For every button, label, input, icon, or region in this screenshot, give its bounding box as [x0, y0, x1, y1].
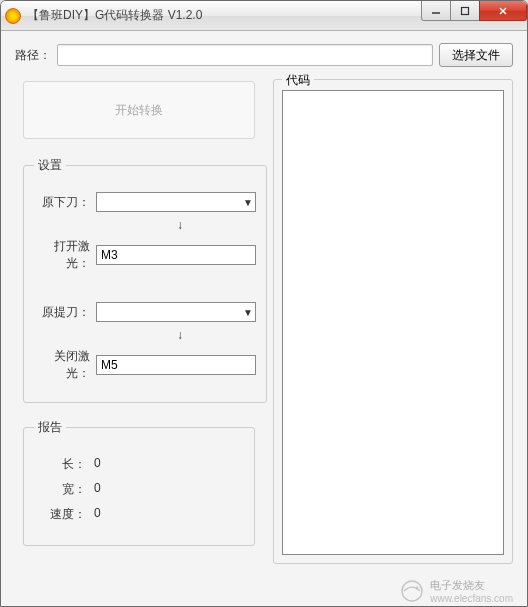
window-controls	[422, 1, 527, 21]
laser-on-input[interactable]	[96, 245, 256, 265]
code-group: 代码	[273, 79, 513, 564]
laser-off-row: 关闭激光：	[34, 348, 256, 382]
browse-button[interactable]: 选择文件	[439, 43, 513, 67]
orig-down-label: 原下刀：	[34, 194, 96, 211]
path-label: 路径：	[15, 47, 51, 64]
report-speed-row: 速度： 0	[34, 506, 244, 523]
start-button[interactable]: 开始转换	[115, 102, 163, 119]
speed-value: 0	[94, 506, 101, 523]
app-icon	[5, 8, 21, 24]
settings-group: 设置 原下刀： ▼ ↓ 打开激光： 原提刀：	[23, 157, 267, 403]
code-textarea[interactable]	[282, 90, 504, 555]
svg-rect-1	[462, 7, 469, 14]
orig-down-select[interactable]	[96, 192, 256, 212]
svg-point-5	[416, 587, 419, 590]
settings-legend: 设置	[34, 157, 66, 174]
report-length-row: 长： 0	[34, 456, 244, 473]
minimize-icon	[431, 6, 441, 16]
close-icon	[498, 6, 508, 16]
orig-up-select[interactable]	[96, 302, 256, 322]
laser-on-label: 打开激光：	[34, 238, 96, 272]
close-button[interactable]	[479, 1, 527, 21]
report-width-row: 宽： 0	[34, 481, 244, 498]
path-input[interactable]	[57, 44, 433, 66]
arrow-down-icon: ↓	[104, 218, 256, 232]
maximize-button[interactable]	[450, 1, 480, 21]
watermark-icon	[400, 579, 424, 603]
svg-point-4	[402, 581, 422, 601]
watermark: 电子发烧友 www.elecfans.com	[400, 578, 513, 604]
report-legend: 报告	[34, 419, 66, 436]
arrow-down-icon: ↓	[104, 328, 256, 342]
laser-on-row: 打开激光：	[34, 238, 256, 272]
left-column: 开始转换 设置 原下刀： ▼ ↓ 打开激光： 原	[15, 81, 255, 562]
watermark-text: 电子发烧友	[430, 578, 513, 593]
path-row: 路径： 选择文件	[15, 43, 513, 67]
code-legend: 代码	[282, 72, 314, 89]
length-value: 0	[94, 456, 101, 473]
orig-down-row: 原下刀： ▼	[34, 192, 256, 212]
titlebar[interactable]: 【鲁班DIY】G代码转换器 V1.2.0	[1, 1, 527, 31]
laser-off-input[interactable]	[96, 355, 256, 375]
minimize-button[interactable]	[421, 1, 451, 21]
speed-label: 速度：	[34, 506, 94, 523]
width-label: 宽：	[34, 481, 94, 498]
app-window: 【鲁班DIY】G代码转换器 V1.2.0 路径： 选择文件 开始转换	[0, 0, 528, 607]
orig-down-select-wrap: ▼	[96, 192, 256, 212]
orig-up-select-wrap: ▼	[96, 302, 256, 322]
laser-off-label: 关闭激光：	[34, 348, 96, 382]
watermark-text-wrap: 电子发烧友 www.elecfans.com	[430, 578, 513, 604]
start-box: 开始转换	[23, 81, 255, 139]
length-label: 长：	[34, 456, 94, 473]
report-group: 报告 长： 0 宽： 0 速度： 0	[23, 419, 255, 546]
orig-up-row: 原提刀： ▼	[34, 302, 256, 322]
orig-up-label: 原提刀：	[34, 304, 96, 321]
maximize-icon	[460, 6, 470, 16]
watermark-url: www.elecfans.com	[430, 593, 513, 604]
width-value: 0	[94, 481, 101, 498]
client-area: 路径： 选择文件 开始转换 设置 原下刀： ▼ ↓ 打开激光：	[1, 31, 527, 606]
